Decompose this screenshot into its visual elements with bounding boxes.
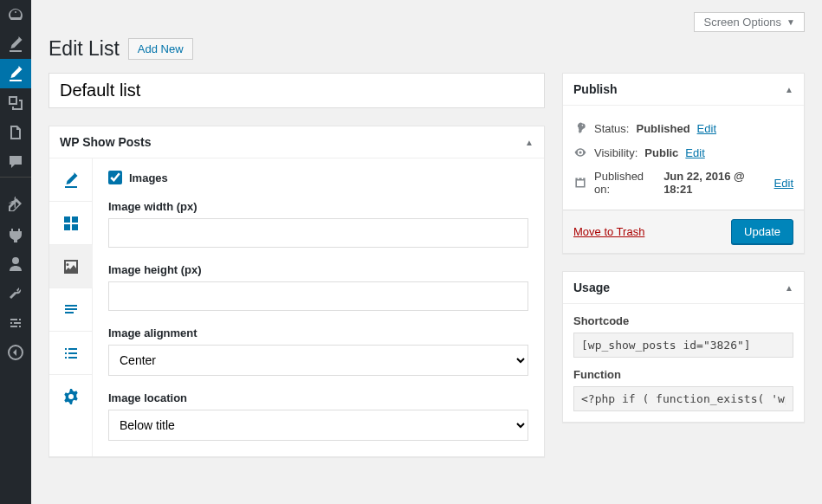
metabox-header[interactable]: WP Show Posts ▲ (49, 126, 544, 158)
key-icon (573, 121, 587, 135)
sidebar-item-media[interactable] (0, 88, 31, 118)
settings-fields: Images Image width (px) Image height (px… (93, 158, 544, 456)
tab-images[interactable] (49, 245, 93, 288)
tab-more[interactable] (49, 375, 93, 418)
tab-posts[interactable] (49, 158, 93, 202)
sidebar-item-comments[interactable] (0, 147, 31, 177)
image-alignment-label: Image alignment (108, 326, 528, 339)
shortcode-value[interactable] (573, 333, 793, 358)
wpshowposts-metabox: WP Show Posts ▲ Ima (49, 126, 545, 457)
calendar-icon (573, 176, 587, 190)
main-column: WP Show Posts ▲ Ima (49, 73, 545, 475)
usage-body: Shortcode Function (563, 304, 804, 422)
function-value[interactable] (573, 386, 793, 411)
sidebar-item-posts[interactable] (0, 29, 31, 59)
image-height-label: Image height (px) (108, 263, 528, 276)
screen-options-label: Screen Options (703, 16, 781, 29)
metabox-body: Images Image width (px) Image height (px… (49, 158, 544, 456)
usage-title: Usage (573, 281, 610, 294)
usage-metabox: Usage ▲ Shortcode Function (562, 271, 805, 423)
sidebar-item-collapse[interactable] (0, 338, 31, 367)
chevron-down-icon: ▼ (786, 17, 795, 27)
tab-content[interactable] (49, 288, 93, 332)
main-content: Screen Options ▼ Edit List Add New WP Sh… (31, 0, 822, 492)
publish-metabox: Publish ▲ Status: Published Edit Visibil… (562, 73, 805, 254)
topbar: Screen Options ▼ (49, 9, 805, 37)
update-button[interactable]: Update (731, 219, 793, 244)
settings-tabs (49, 158, 93, 456)
admin-sidebar (0, 0, 31, 504)
sidebar-item-users[interactable] (0, 249, 31, 279)
usage-header[interactable]: Usage ▲ (563, 272, 804, 304)
visibility-value: Public (644, 146, 678, 159)
page-header: Edit List Add New (49, 37, 805, 61)
visibility-edit-link[interactable]: Edit (685, 146, 704, 159)
function-label: Function (573, 368, 793, 381)
publish-title: Publish (573, 82, 618, 96)
publish-header[interactable]: Publish ▲ (563, 74, 804, 106)
page-title: Edit List (49, 37, 120, 61)
shortcode-label: Shortcode (573, 314, 793, 327)
status-value: Published (636, 122, 689, 135)
sidebar-item-tools[interactable] (0, 279, 31, 308)
images-label: Images (129, 171, 168, 184)
status-row: Status: Published Edit (573, 116, 793, 140)
published-edit-link[interactable]: Edit (774, 177, 793, 190)
publish-actions: Move to Trash Update (563, 210, 804, 253)
post-title-input[interactable] (49, 73, 545, 108)
visibility-label: Visibility: (594, 146, 638, 159)
eye-icon (573, 145, 587, 159)
side-column: Publish ▲ Status: Published Edit Visibil… (562, 73, 805, 440)
status-edit-link[interactable]: Edit (697, 122, 716, 135)
images-checkbox[interactable] (108, 171, 122, 184)
collapse-icon: ▲ (525, 138, 534, 147)
image-height-input[interactable] (108, 281, 528, 311)
published-label: Published on: (594, 170, 657, 196)
sidebar-item-pages[interactable] (0, 118, 31, 147)
tab-columns[interactable] (49, 202, 93, 245)
publish-body: Status: Published Edit Visibility: Publi… (563, 106, 804, 253)
sidebar-item-plugins[interactable] (0, 220, 31, 249)
tab-meta[interactable] (49, 332, 93, 375)
status-label: Status: (594, 122, 629, 135)
image-location-select[interactable]: Below title (108, 410, 528, 441)
sidebar-separator (0, 177, 31, 191)
images-checkbox-row: Images (108, 171, 528, 184)
move-to-trash-link[interactable]: Move to Trash (573, 225, 644, 238)
sidebar-item-wpshowposts[interactable] (0, 59, 31, 88)
visibility-row: Visibility: Public Edit (573, 140, 793, 165)
screen-options-button[interactable]: Screen Options ▼ (694, 12, 805, 32)
collapse-icon: ▲ (785, 85, 793, 94)
collapse-icon: ▲ (785, 283, 793, 293)
published-value: Jun 22, 2016 @ 18:21 (663, 170, 767, 196)
image-width-label: Image width (px) (108, 200, 528, 213)
metabox-title: WP Show Posts (60, 135, 152, 149)
sidebar-item-settings[interactable] (0, 308, 31, 338)
sidebar-item-appearance[interactable] (0, 191, 31, 220)
image-location-label: Image location (108, 391, 528, 404)
image-width-input[interactable] (108, 218, 528, 248)
published-row: Published on: Jun 22, 2016 @ 18:21 Edit (573, 165, 793, 201)
sidebar-item-dashboard[interactable] (0, 0, 31, 29)
add-new-button[interactable]: Add New (128, 38, 193, 60)
image-alignment-select[interactable]: Center (108, 345, 528, 376)
